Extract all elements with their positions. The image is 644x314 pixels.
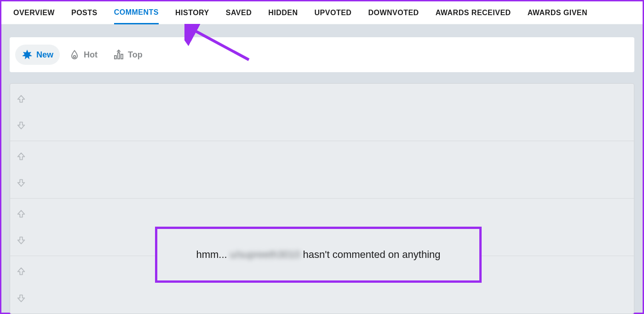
upvote-icon[interactable] — [16, 209, 26, 219]
empty-state-prefix: hmm... — [196, 249, 227, 261]
sort-hot-label: Hot — [84, 50, 98, 60]
vote-column — [10, 84, 32, 141]
tab-comments[interactable]: COMMENTS — [114, 1, 159, 24]
svg-rect-4 — [121, 54, 123, 59]
upvote-icon[interactable] — [16, 151, 26, 161]
top-icon — [113, 49, 124, 60]
svg-point-1 — [74, 56, 76, 58]
vote-column — [10, 256, 32, 314]
upvote-icon[interactable] — [16, 266, 26, 276]
tab-posts[interactable]: POSTS — [71, 1, 98, 24]
svg-rect-2 — [115, 56, 116, 59]
downvote-icon[interactable] — [16, 293, 26, 303]
tab-awards-received[interactable]: AWARDS RECEIVED — [436, 1, 511, 24]
profile-tab-bar: OVERVIEW POSTS COMMENTS HISTORY SAVED HI… — [1, 1, 643, 24]
sort-new-label: New — [36, 50, 53, 60]
vote-column — [10, 141, 32, 198]
tab-upvoted[interactable]: UPVOTED — [315, 1, 352, 24]
sort-new-button[interactable]: New — [15, 45, 60, 65]
placeholder-row — [10, 84, 634, 141]
hot-icon — [69, 49, 80, 60]
sort-hot-button[interactable]: Hot — [63, 45, 104, 65]
annotation-highlight-box: hmm... u/supreeth3010 hasn't commented o… — [155, 227, 482, 283]
new-icon — [22, 49, 33, 60]
downvote-icon[interactable] — [16, 178, 26, 188]
placeholder-row — [10, 141, 634, 199]
sort-top-button[interactable]: Top — [107, 45, 149, 65]
tab-saved[interactable]: SAVED — [226, 1, 252, 24]
app-frame: OVERVIEW POSTS COMMENTS HISTORY SAVED HI… — [0, 0, 644, 314]
tab-awards-given[interactable]: AWARDS GIVEN — [528, 1, 587, 24]
sort-bar: New Hot Top — [10, 37, 634, 72]
vote-column — [10, 199, 32, 256]
empty-state-suffix: hasn't commented on anything — [303, 249, 441, 261]
empty-state-username: u/supreeth3010 — [230, 249, 300, 261]
downvote-icon[interactable] — [16, 120, 26, 131]
svg-rect-3 — [118, 53, 120, 59]
downvote-icon[interactable] — [16, 235, 26, 245]
tab-history[interactable]: HISTORY — [175, 1, 209, 24]
tab-hidden[interactable]: HIDDEN — [268, 1, 298, 24]
svg-marker-0 — [22, 50, 32, 59]
upvote-icon[interactable] — [16, 94, 26, 104]
tab-overview[interactable]: OVERVIEW — [13, 1, 55, 24]
empty-state-message: hmm... u/supreeth3010 hasn't commented o… — [196, 249, 440, 261]
tab-downvoted[interactable]: DOWNVOTED — [368, 1, 419, 24]
sort-top-label: Top — [128, 50, 143, 60]
